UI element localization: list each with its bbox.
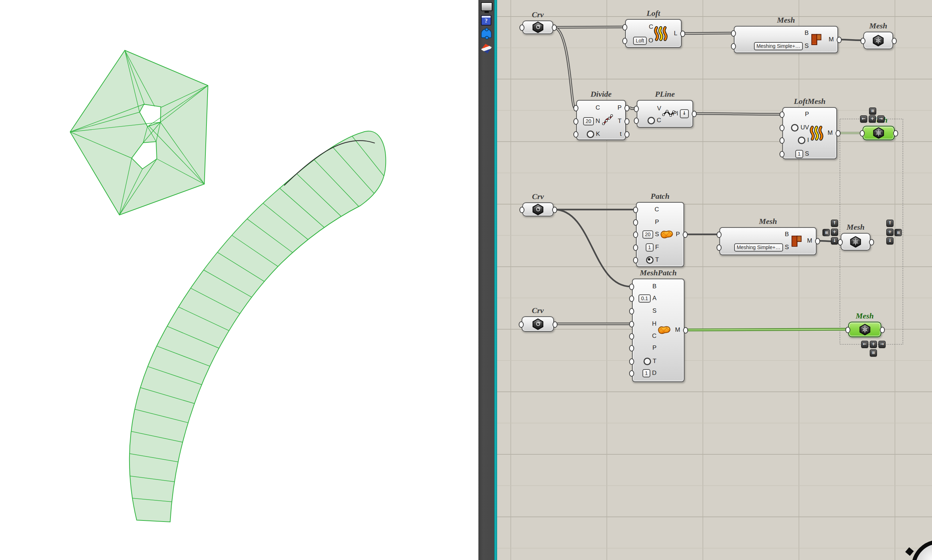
mesh-1-grip[interactable] (731, 30, 736, 37)
loftmesh-grip[interactable] (779, 125, 784, 131)
patch-toggle-T[interactable] (646, 256, 654, 264)
lines-button[interactable]: ≡ (822, 229, 830, 236)
meshpatch-input-B: B (635, 282, 656, 291)
meshpatch-value-D[interactable]: 1 (642, 369, 650, 377)
mesh-1-grip[interactable] (731, 43, 736, 49)
meshpatch-grip[interactable] (629, 284, 634, 290)
pline-grip[interactable] (692, 111, 697, 117)
wire-double[interactable] (682, 33, 732, 34)
crv-2-grip[interactable] (552, 207, 557, 213)
nav-down-button[interactable]: ↓ (831, 237, 838, 245)
mesh-param-2-grip[interactable] (869, 239, 874, 246)
mesh-green-1-grip[interactable] (860, 130, 865, 137)
divide-grip[interactable] (573, 105, 579, 111)
divide-grip[interactable] (625, 131, 630, 138)
loftmesh-grip[interactable] (836, 130, 841, 137)
patch-value-S[interactable]: 20 (642, 231, 653, 238)
loftmesh-value-S[interactable]: 1 (795, 150, 803, 158)
mesh-param-2-grip[interactable] (838, 239, 843, 246)
mesh-green-1-grip[interactable] (893, 130, 898, 137)
crv-2-grip[interactable] (519, 207, 525, 213)
mesh-param-1-grip[interactable] (892, 38, 897, 44)
list-button[interactable]: ≡ (869, 108, 876, 115)
meshpatch-grip[interactable] (629, 333, 634, 340)
divide-grip[interactable] (625, 105, 630, 111)
add-button[interactable]: + (831, 229, 838, 236)
nav-left-button[interactable]: ← (860, 115, 867, 123)
mesh-1-grip[interactable] (837, 37, 842, 43)
meshpatch-grip[interactable] (629, 345, 634, 352)
mesh-1-value-S[interactable]: Meshing Simple+… (754, 42, 803, 50)
meshpatch-grip[interactable] (629, 358, 634, 365)
add-button[interactable]: + (870, 341, 877, 348)
meshpatch-grip[interactable] (629, 295, 634, 302)
nav-right-button[interactable]: → (877, 115, 884, 123)
patch-grip[interactable] (633, 219, 638, 226)
crv-3-grip[interactable] (519, 322, 524, 328)
lines-button[interactable]: ≡ (895, 229, 902, 236)
patch-icon (656, 322, 672, 338)
loftmesh-grip[interactable] (779, 111, 784, 118)
monitor-icon[interactable] (481, 2, 492, 11)
pline-toggle-C[interactable] (648, 117, 655, 125)
bell-icon[interactable] (481, 29, 492, 38)
loftmesh-toggle-UV[interactable] (791, 124, 799, 132)
loft-grip[interactable] (622, 24, 627, 31)
divide-grip[interactable] (625, 118, 630, 125)
meshpatch-value-A[interactable]: 0.1 (639, 294, 650, 303)
pline-grip[interactable] (634, 117, 639, 124)
patch-grip[interactable] (683, 231, 688, 238)
wire-single[interactable] (839, 40, 862, 40)
mesh-2-value-S[interactable]: Meshing Simple+… (734, 243, 783, 252)
list-button[interactable]: ≡ (870, 349, 877, 357)
help-icon[interactable]: ? (481, 15, 491, 26)
crv-1-grip[interactable] (519, 25, 525, 31)
divide-toggle-K[interactable] (587, 131, 594, 138)
loft-grip[interactable] (680, 31, 685, 37)
loftmesh-grip[interactable] (779, 151, 784, 157)
mesh-2-grip[interactable] (716, 245, 722, 251)
patch-grip[interactable] (633, 207, 638, 213)
wire-double[interactable] (554, 27, 624, 27)
cake-slice-icon[interactable] (481, 44, 492, 54)
mesh-param-1-grip[interactable] (860, 38, 866, 44)
patch-grip[interactable] (633, 245, 638, 251)
nav-down-button[interactable]: ↓ (886, 237, 893, 245)
wire-green[interactable] (685, 329, 847, 330)
rhino-viewport[interactable] (0, 0, 478, 560)
loftmesh-toggle-I[interactable] (798, 137, 805, 144)
loft-grip[interactable] (622, 38, 627, 44)
meshpatch-grip[interactable] (629, 370, 634, 377)
divide-value-N[interactable]: 20 (583, 117, 594, 125)
add-button[interactable]: + (869, 115, 876, 123)
mesh-green-2-grip[interactable] (845, 327, 850, 333)
pline-title: PLine (655, 89, 675, 99)
mesh-1-input-B: B (737, 29, 809, 37)
patch-grip[interactable] (633, 231, 638, 238)
divide-grip[interactable] (573, 131, 579, 138)
pline-grip[interactable] (634, 106, 639, 112)
crv-3-grip[interactable] (552, 322, 557, 328)
patch-grip[interactable] (633, 257, 638, 263)
crv-1-grip[interactable] (552, 25, 557, 31)
nav-up-button[interactable]: ↑ (831, 220, 838, 227)
grasshopper-canvas[interactable]: CrvLoftCLoftOL MeshBMeshing Simple+…SMMe… (497, 0, 932, 560)
meshpatch-grip[interactable] (629, 308, 634, 314)
meshpatch-grip[interactable] (629, 321, 634, 328)
wire-single[interactable] (554, 209, 631, 286)
mesh-2-grip[interactable] (716, 231, 722, 238)
loft-value-O[interactable]: Loft (633, 37, 647, 45)
patch-value-F[interactable]: 1 (646, 243, 654, 252)
meshpatch-toggle-T[interactable] (643, 358, 651, 365)
divide-grip[interactable] (573, 118, 579, 125)
nav-left-button[interactable]: ← (861, 341, 868, 348)
mesh-green-2-grip[interactable] (880, 327, 885, 333)
meshpatch-grip[interactable] (683, 327, 688, 334)
add-button[interactable]: + (886, 229, 893, 236)
mesh-2-grip[interactable] (815, 238, 820, 245)
mesh-2-output-label-M: M (807, 237, 812, 245)
nav-up-button[interactable]: ↑ (886, 220, 893, 227)
loftmesh-grip[interactable] (779, 137, 784, 144)
pline-expand-button[interactable]: ↓ (680, 109, 689, 118)
nav-right-button[interactable]: → (878, 341, 886, 348)
